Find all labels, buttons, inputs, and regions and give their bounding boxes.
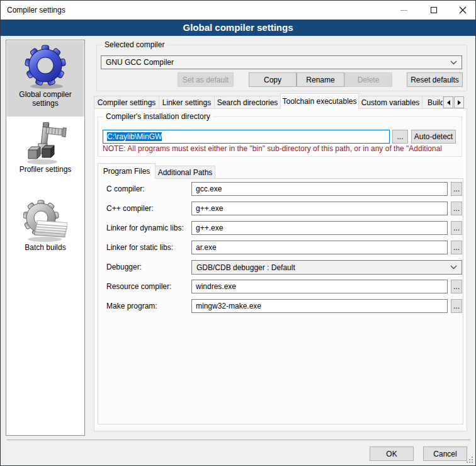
footer-separator (7, 440, 470, 440)
selected-compiler-group-label: Selected compiler (102, 40, 167, 49)
ok-button[interactable]: OK (370, 446, 414, 461)
sidebar-item-label: Batch builds (7, 243, 84, 252)
resource-compiler-input[interactable] (191, 280, 448, 293)
program-files-tab-strip: Program Files Additional Paths (98, 163, 215, 179)
settings-sidebar: Global compiler settings (6, 40, 85, 436)
field-label: Linker for dynamic libs: (106, 221, 184, 235)
caliper-icon (23, 122, 67, 165)
field-label: Debugger: (106, 260, 142, 274)
close-button[interactable] (452, 1, 473, 20)
install-dir-group-label: Compiler's installation directory (103, 112, 213, 121)
note-text: NOTE: All programs must exist either in … (103, 144, 459, 153)
arrow-left-icon (447, 100, 450, 105)
blue-gear-icon (25, 45, 66, 90)
gray-gear-stack-icon (23, 199, 67, 243)
field-label: C++ compiler: (106, 202, 154, 215)
window-title: Compiler settings (7, 1, 65, 20)
sidebar-item-label: Profiler settings (7, 165, 84, 174)
sidebar-item-batch-builds[interactable]: Batch builds (7, 199, 84, 263)
tab-compiler-settings[interactable]: Compiler settings (94, 96, 159, 109)
maximize-icon (431, 7, 437, 13)
dynamic-linker-input[interactable] (191, 221, 448, 235)
copy-button[interactable]: Copy (249, 72, 297, 87)
minimize-icon (400, 10, 407, 11)
dynamic-linker-browse-button[interactable]: ... (451, 221, 462, 235)
compiler-select[interactable]: GNU GCC Compiler (101, 55, 462, 69)
field-label: Make program: (106, 299, 157, 313)
tab-linker-settings[interactable]: Linker settings (159, 96, 215, 109)
field-label: C compiler: (106, 182, 145, 196)
tab-search-directories[interactable]: Search directories (214, 96, 281, 109)
auto-detect-button[interactable]: Auto-detect (411, 130, 456, 144)
resize-grip-icon[interactable] (467, 457, 473, 463)
c-compiler-browse-button[interactable]: ... (451, 182, 462, 196)
tab-scroll-right-button[interactable] (454, 96, 464, 108)
static-linker-input[interactable] (191, 241, 448, 254)
tab-custom-variables[interactable]: Custom variables (358, 96, 422, 109)
c-compiler-input[interactable] (191, 182, 448, 196)
minimize-button[interactable] (393, 1, 414, 20)
make-program-input[interactable] (191, 299, 448, 313)
dialog-header: Global compiler settings (1, 20, 475, 36)
tab-scroll-left-button[interactable] (443, 96, 453, 108)
delete-button[interactable]: Delete (344, 72, 392, 87)
sidebar-item-label: Global compiler settings (7, 90, 84, 108)
tab-program-files[interactable]: Program Files (98, 163, 156, 179)
close-icon (459, 6, 467, 14)
tab-toolchain-executables[interactable]: Toolchain executables (280, 93, 359, 109)
static-linker-browse-button[interactable]: ... (451, 241, 462, 254)
sidebar-item-global-compiler-settings[interactable]: Global compiler settings (7, 41, 84, 116)
cpp-compiler-browse-button[interactable]: ... (451, 202, 462, 215)
reset-defaults-button[interactable]: Reset defaults (407, 72, 463, 87)
make-program-browse-button[interactable]: ... (451, 299, 462, 313)
debugger-select-value: GDB/CDB debugger : Default (196, 263, 450, 272)
arrow-right-icon (458, 100, 461, 105)
debugger-select[interactable]: GDB/CDB debugger : Default (191, 260, 462, 275)
cpp-compiler-input[interactable] (191, 202, 448, 215)
compiler-settings-dialog: Compiler settings Global compiler settin… (0, 0, 476, 466)
cancel-button[interactable]: Cancel (423, 446, 467, 461)
compiler-select-value: GNU GCC Compiler (106, 58, 450, 67)
install-dir-browse-button[interactable]: ... (392, 130, 408, 144)
maximize-button[interactable] (423, 1, 445, 20)
install-dir-input[interactable]: C:\raylib\MinGW (103, 130, 390, 144)
set-as-default-button[interactable]: Set as default (178, 72, 234, 87)
chevron-down-icon (450, 265, 457, 270)
sidebar-item-profiler-settings[interactable]: Profiler settings (7, 122, 84, 183)
tab-build-options[interactable]: Build (422, 96, 443, 109)
field-label: Resource compiler: (106, 280, 171, 293)
main-tab-strip: Compiler settings Linker settings Search… (94, 93, 464, 109)
install-dir-selected-text: C:\raylib\MinGW (107, 132, 162, 141)
chevron-down-icon (450, 60, 457, 65)
tab-additional-paths[interactable]: Additional Paths (155, 166, 215, 179)
resource-compiler-browse-button[interactable]: ... (451, 280, 462, 293)
titlebar[interactable]: Compiler settings (1, 1, 475, 20)
rename-button[interactable]: Rename (297, 72, 344, 87)
field-label: Linker for static libs: (106, 241, 173, 254)
